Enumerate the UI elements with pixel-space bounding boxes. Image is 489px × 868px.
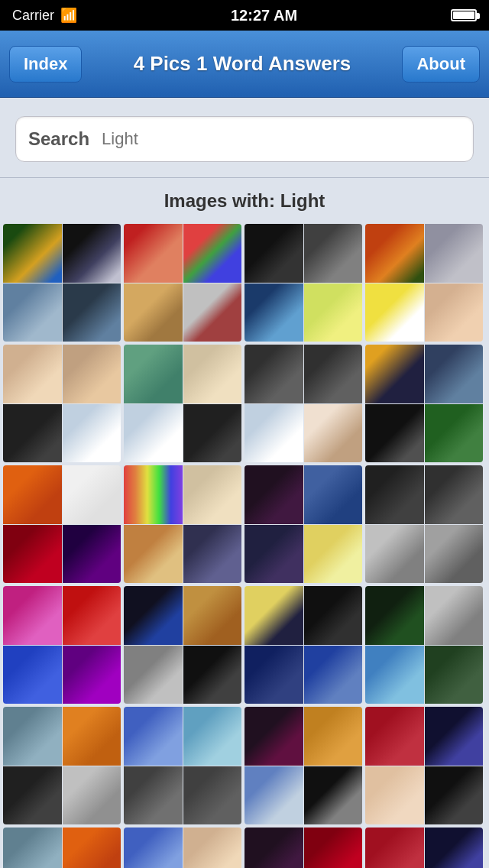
image-quad <box>63 283 121 342</box>
grid-row <box>3 345 486 462</box>
image-quad <box>425 646 484 704</box>
list-item[interactable] <box>244 828 362 868</box>
image-quad <box>304 525 363 584</box>
image-quad <box>425 707 484 766</box>
list-item[interactable] <box>365 586 483 704</box>
image-quad <box>63 586 121 645</box>
image-quad <box>63 646 121 704</box>
image-quad <box>244 404 303 463</box>
image-quad <box>365 224 424 283</box>
carrier-label: Carrier <box>12 8 54 24</box>
list-item[interactable] <box>244 345 362 462</box>
image-quad <box>183 283 242 342</box>
grid-row <box>3 465 486 583</box>
list-item[interactable] <box>124 586 241 704</box>
image-quad <box>304 404 363 463</box>
image-quad <box>304 828 363 868</box>
image-quad <box>3 404 62 463</box>
image-quad <box>244 707 303 766</box>
image-quad <box>63 766 121 825</box>
list-item[interactable] <box>3 345 121 462</box>
image-quad <box>244 646 303 704</box>
list-item[interactable] <box>124 465 241 583</box>
list-item[interactable] <box>365 224 483 342</box>
image-quad <box>304 586 363 645</box>
image-quad <box>183 646 242 704</box>
wifi-icon: 📶 <box>60 7 77 24</box>
image-quad <box>425 404 484 463</box>
list-item[interactable] <box>124 828 241 868</box>
image-quad <box>425 766 484 825</box>
list-item[interactable] <box>244 224 362 342</box>
image-quad <box>365 345 424 403</box>
image-quad <box>124 465 183 524</box>
search-label: Search <box>28 128 89 150</box>
image-quad <box>63 404 121 463</box>
image-quad <box>244 525 303 584</box>
list-item[interactable] <box>365 707 483 824</box>
list-item[interactable] <box>244 586 362 704</box>
grid-row <box>3 707 486 824</box>
image-quad <box>425 345 484 403</box>
image-quad <box>3 525 62 584</box>
status-bar: Carrier 📶 12:27 AM <box>0 0 489 31</box>
image-quad <box>244 828 303 868</box>
status-right <box>451 9 477 21</box>
image-quad <box>3 283 62 342</box>
list-item[interactable] <box>124 224 241 342</box>
list-item[interactable] <box>365 345 483 462</box>
image-quad <box>124 828 183 868</box>
nav-bar: Index 4 Pics 1 Word Answers About <box>0 31 489 98</box>
image-quad <box>3 707 62 766</box>
list-item[interactable] <box>3 828 121 868</box>
image-quad <box>304 283 363 342</box>
image-quad <box>63 828 121 868</box>
grid-row <box>3 828 486 868</box>
search-input[interactable] <box>102 129 461 149</box>
image-quad <box>244 586 303 645</box>
image-quad <box>304 224 363 283</box>
search-bar[interactable]: Search <box>15 116 474 162</box>
image-quad <box>183 465 242 524</box>
image-quad <box>183 586 242 645</box>
list-item[interactable] <box>3 586 121 704</box>
image-quad <box>183 828 242 868</box>
image-quad <box>63 707 121 766</box>
image-quad <box>244 224 303 283</box>
image-quad <box>124 404 183 463</box>
image-quad <box>365 707 424 766</box>
image-quad <box>124 345 183 403</box>
list-item[interactable] <box>124 345 241 462</box>
image-quad <box>244 283 303 342</box>
image-quad <box>365 283 424 342</box>
search-area: Search <box>0 98 489 177</box>
about-button[interactable]: About <box>402 46 480 83</box>
image-quad <box>365 766 424 825</box>
list-item[interactable] <box>365 828 483 868</box>
image-quad <box>124 707 183 766</box>
image-quad <box>244 345 303 403</box>
list-item[interactable] <box>365 465 483 583</box>
image-quad <box>3 586 62 645</box>
image-quad <box>124 766 183 825</box>
image-quad <box>244 766 303 825</box>
image-quad <box>425 283 484 342</box>
image-quad <box>183 345 242 403</box>
image-quad <box>124 224 183 283</box>
list-item[interactable] <box>244 707 362 824</box>
image-quad <box>124 283 183 342</box>
list-item[interactable] <box>3 707 121 824</box>
section-header: Images with: Light <box>0 178 489 221</box>
image-quad <box>63 345 121 403</box>
image-quad <box>183 525 242 584</box>
image-quad <box>63 525 121 584</box>
image-quad <box>425 224 484 283</box>
list-item[interactable] <box>124 707 241 824</box>
index-button[interactable]: Index <box>9 46 82 83</box>
image-quad <box>183 766 242 825</box>
list-item[interactable] <box>3 224 121 342</box>
image-grid <box>0 221 489 868</box>
image-quad <box>425 586 484 645</box>
list-item[interactable] <box>3 465 121 583</box>
list-item[interactable] <box>244 465 362 583</box>
